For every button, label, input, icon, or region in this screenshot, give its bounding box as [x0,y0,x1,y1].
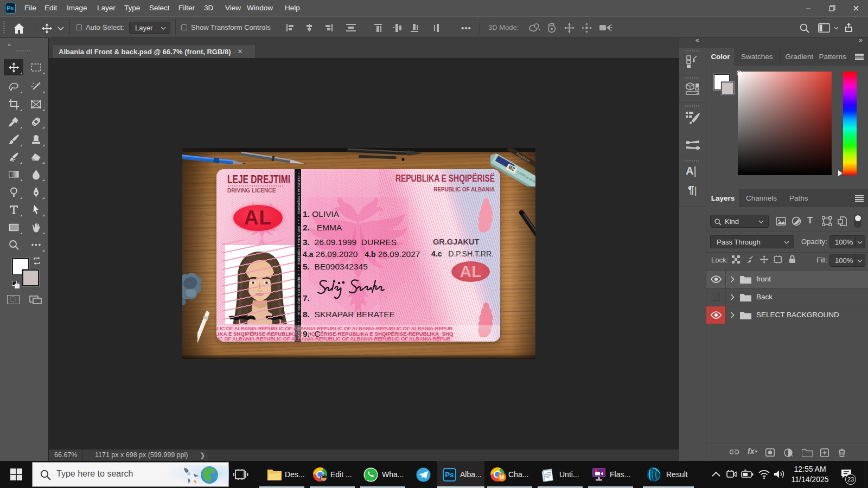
svg-text:Fushion: Fushion [515,151,532,164]
